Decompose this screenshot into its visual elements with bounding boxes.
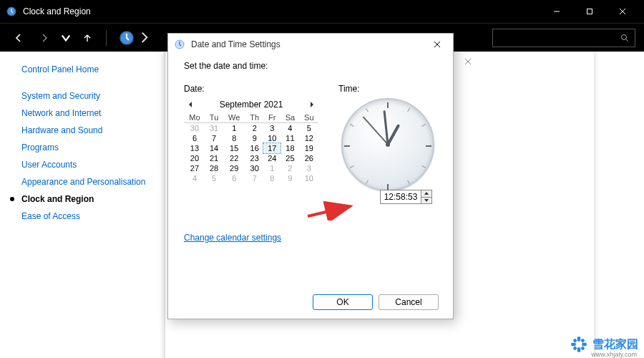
parent-dialog-close-button[interactable] (458, 54, 478, 69)
recent-dropdown[interactable] (60, 28, 72, 48)
calendar-day[interactable]: 11 (280, 133, 299, 143)
category-ease-of-access[interactable]: Ease of Access (21, 208, 163, 225)
category-programs[interactable]: Programs (21, 139, 163, 156)
calendar-day[interactable]: 6 (223, 173, 245, 183)
category-system-and-security[interactable]: System and Security (21, 87, 163, 105)
svg-rect-2 (587, 9, 592, 14)
calendar-day[interactable]: 22 (223, 153, 245, 163)
calendar-day[interactable]: 9 (245, 133, 263, 143)
calendar-day[interactable]: 23 (245, 153, 263, 163)
time-spin-up[interactable] (421, 190, 431, 198)
calendar-day[interactable]: 3 (263, 123, 280, 134)
calendar-day[interactable]: 29 (223, 163, 245, 173)
chevron-right-icon (141, 32, 148, 44)
prev-month-button[interactable] (185, 100, 195, 110)
calendar-day[interactable]: 3 (300, 163, 318, 173)
clock-region-icon (6, 6, 17, 17)
clock-center (386, 142, 390, 147)
time-spinner[interactable] (380, 190, 432, 204)
calendar-day[interactable]: 21 (205, 153, 223, 163)
category-clock-and-region[interactable]: Clock and Region (21, 190, 163, 208)
calendar-day[interactable]: 24 (263, 153, 280, 163)
svg-rect-15 (577, 337, 580, 342)
calendar-day[interactable]: 30 (245, 163, 263, 173)
calendar-day[interactable]: 4 (280, 123, 299, 134)
calendar-day[interactable]: 5 (205, 173, 223, 183)
maximize-button[interactable] (574, 1, 605, 21)
calendar-day[interactable]: 20 (184, 153, 205, 163)
calendar-day[interactable]: 4 (184, 173, 205, 183)
up-button[interactable] (77, 28, 97, 48)
calendar[interactable]: September 2021 MoTuWeThFrSaSu30311234567… (184, 98, 318, 183)
control-panel-home-link[interactable]: Control Panel Home (21, 64, 163, 74)
calendar-day[interactable]: 6 (184, 133, 205, 143)
calendar-day[interactable]: 7 (205, 133, 223, 143)
minimize-button[interactable] (541, 1, 572, 21)
calendar-day[interactable]: 7 (245, 173, 263, 183)
weekday-header: Su (300, 112, 318, 123)
calendar-day[interactable]: 2 (245, 123, 263, 134)
calendar-day[interactable]: 12 (300, 133, 318, 143)
calendar-day[interactable]: 15 (223, 143, 245, 153)
main-title: Clock and Region (23, 6, 91, 16)
month-year-label[interactable]: September 2021 (220, 100, 283, 110)
calendar-day[interactable]: 18 (280, 143, 299, 153)
date-time-settings-dialog: Date and Time Settings Set the date and … (167, 33, 454, 319)
calendar-day[interactable]: 19 (300, 143, 318, 153)
weekday-header: Fr (263, 112, 280, 123)
calendar-day[interactable]: 10 (263, 133, 280, 143)
instruction-text: Set the date and time: (184, 61, 437, 71)
calendar-day[interactable]: 1 (263, 163, 280, 173)
back-button[interactable] (9, 28, 29, 48)
cancel-button[interactable]: Cancel (379, 294, 439, 310)
calendar-day[interactable]: 13 (184, 143, 205, 153)
time-label: Time: (338, 84, 437, 94)
calendar-day[interactable]: 8 (223, 133, 245, 143)
search-box[interactable] (492, 29, 635, 47)
svg-rect-20 (580, 339, 585, 343)
date-label: Date: (184, 84, 318, 94)
time-spin-down[interactable] (421, 198, 431, 204)
calendar-day[interactable]: 27 (184, 163, 205, 173)
weekday-header: Sa (280, 112, 299, 123)
calendar-day[interactable]: 9 (280, 173, 299, 183)
dialog-close-button[interactable] (427, 36, 447, 53)
calendar-day[interactable]: 31 (205, 123, 223, 134)
svg-line-7 (626, 39, 628, 42)
time-input[interactable] (381, 190, 421, 203)
category-appearance-and-personalisation[interactable]: Appearance and Personalisation (21, 173, 163, 190)
svg-rect-19 (573, 339, 577, 343)
calendar-day[interactable]: 26 (300, 153, 318, 163)
forward-button[interactable] (34, 28, 54, 48)
ok-button[interactable]: OK (313, 294, 373, 310)
calendar-day[interactable]: 2 (280, 163, 299, 173)
category-user-accounts[interactable]: User Accounts (21, 156, 163, 173)
calendar-day[interactable]: 25 (280, 153, 299, 163)
dialog-title: Date and Time Settings (191, 39, 280, 49)
watermark-text: 雪花家园 (592, 337, 638, 352)
calendar-day[interactable]: 5 (300, 123, 318, 134)
category-network-and-internet[interactable]: Network and Internet (21, 105, 163, 122)
next-month-button[interactable] (307, 100, 317, 110)
change-calendar-settings-link[interactable]: Change calendar settings (184, 233, 281, 243)
address-bar-icon[interactable] (118, 29, 135, 47)
main-titlebar: Clock and Region (0, 0, 644, 23)
search-icon (620, 34, 629, 42)
dialog-titlebar: Date and Time Settings (168, 34, 453, 55)
svg-rect-22 (580, 346, 585, 350)
analog-clock (341, 98, 434, 191)
svg-rect-21 (573, 346, 577, 350)
svg-rect-16 (577, 347, 580, 352)
svg-rect-17 (571, 343, 576, 346)
watermark-url: www.xhjaty.com (591, 351, 637, 358)
calendar-day[interactable]: 28 (205, 163, 223, 173)
close-button[interactable] (607, 1, 638, 21)
calendar-day[interactable]: 10 (300, 173, 318, 183)
calendar-day[interactable]: 8 (263, 173, 280, 183)
category-hardware-and-sound[interactable]: Hardware and Sound (21, 122, 163, 139)
calendar-day[interactable]: 14 (205, 143, 223, 153)
calendar-day[interactable]: 16 (245, 143, 263, 153)
calendar-day[interactable]: 1 (223, 123, 245, 134)
calendar-day[interactable]: 30 (184, 123, 205, 134)
calendar-day[interactable]: 17 (263, 143, 280, 153)
